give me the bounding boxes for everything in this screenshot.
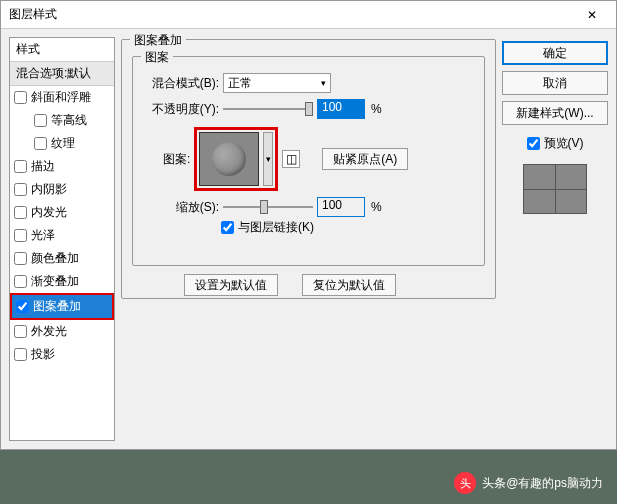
slider-thumb[interactable] [305,102,313,116]
style-item[interactable]: 投影 [10,343,114,366]
scale-input[interactable]: 100 [317,197,365,217]
snap-origin-button[interactable]: 贴紧原点(A) [322,148,408,170]
style-checkbox[interactable] [14,91,27,104]
sidebar-header[interactable]: 样式 [10,38,114,62]
style-label: 投影 [31,346,55,363]
style-item[interactable]: 图案叠加 [10,293,114,320]
style-label: 渐变叠加 [31,273,79,290]
style-label: 纹理 [51,135,75,152]
styles-sidebar: 样式 混合选项:默认 斜面和浮雕等高线纹理描边内阴影内发光光泽颜色叠加渐变叠加图… [9,37,115,441]
new-style-button[interactable]: 新建样式(W)... [502,101,608,125]
close-button[interactable]: ✕ [572,1,612,28]
preview-checkbox[interactable] [527,137,540,150]
style-item[interactable]: 内阴影 [10,178,114,201]
blend-mode-value: 正常 [228,75,252,92]
right-panel: 确定 取消 新建样式(W)... 预览(V) [502,37,608,441]
style-label: 等高线 [51,112,87,129]
group-label-outer: 图案叠加 [130,32,186,49]
titlebar: 图层样式 ✕ [1,1,616,29]
style-item[interactable]: 纹理 [10,132,114,155]
style-checkbox[interactable] [34,114,47,127]
style-label: 图案叠加 [33,298,81,315]
style-label: 外发光 [31,323,67,340]
close-icon: ✕ [587,8,597,22]
preview-label: 预览(V) [544,135,584,152]
layer-style-dialog: 图层样式 ✕ 样式 混合选项:默认 斜面和浮雕等高线纹理描边内阴影内发光光泽颜色… [0,0,617,450]
ok-button[interactable]: 确定 [502,41,608,65]
link-with-layer-checkbox[interactable] [221,221,234,234]
link-with-layer-label: 与图层链接(K) [238,219,314,236]
style-label: 描边 [31,158,55,175]
style-item[interactable]: 描边 [10,155,114,178]
style-checkbox[interactable] [14,183,27,196]
opacity-slider[interactable] [223,108,313,110]
style-checkbox[interactable] [14,160,27,173]
style-item[interactable]: 斜面和浮雕 [10,86,114,109]
scale-label: 缩放(S): [159,199,219,216]
style-item[interactable]: 渐变叠加 [10,270,114,293]
chevron-down-icon: ▾ [321,78,326,88]
pattern-swatch[interactable] [199,132,259,186]
percent-label: % [371,102,382,116]
pattern-group: 图案 混合模式(B): 正常 ▾ 不透明度(Y): 100 % [132,56,485,266]
pattern-overlay-group: 图案叠加 图案 混合模式(B): 正常 ▾ 不透明度(Y): 100 [121,39,496,299]
opacity-input[interactable]: 100 [317,99,365,119]
pattern-dropdown-button[interactable]: ▾ [263,132,273,186]
style-checkbox[interactable] [14,229,27,242]
opacity-label: 不透明度(Y): [143,101,219,118]
style-item[interactable]: 光泽 [10,224,114,247]
style-item[interactable]: 等高线 [10,109,114,132]
pattern-label: 图案: [163,151,190,168]
set-default-button[interactable]: 设置为默认值 [184,274,278,296]
sidebar-subheader[interactable]: 混合选项:默认 [10,62,114,86]
watermark-text: 头条@有趣的ps脑动力 [482,475,603,492]
preview-thumbnail [523,164,587,214]
style-checkbox[interactable] [14,325,27,338]
cancel-button[interactable]: 取消 [502,71,608,95]
style-checkbox[interactable] [34,137,47,150]
reset-default-button[interactable]: 复位为默认值 [302,274,396,296]
style-item[interactable]: 颜色叠加 [10,247,114,270]
main-panel: 图案叠加 图案 混合模式(B): 正常 ▾ 不透明度(Y): 100 [121,37,496,441]
style-label: 内阴影 [31,181,67,198]
style-label: 内发光 [31,204,67,221]
pattern-preview-icon [212,142,246,176]
group-label-inner: 图案 [141,49,173,66]
percent-label: % [371,200,382,214]
new-preset-icon[interactable]: ◫ [282,150,300,168]
blend-mode-label: 混合模式(B): [143,75,219,92]
scale-slider[interactable] [223,206,313,208]
style-label: 斜面和浮雕 [31,89,91,106]
style-item[interactable]: 内发光 [10,201,114,224]
watermark-icon: 头 [454,472,476,494]
watermark: 头 头条@有趣的ps脑动力 [454,472,603,494]
style-checkbox[interactable] [14,206,27,219]
style-item[interactable]: 外发光 [10,320,114,343]
style-checkbox[interactable] [14,348,27,361]
style-checkbox[interactable] [14,275,27,288]
pattern-picker-highlight: ▾ [194,127,278,191]
style-label: 颜色叠加 [31,250,79,267]
slider-thumb[interactable] [260,200,268,214]
style-label: 光泽 [31,227,55,244]
blend-mode-select[interactable]: 正常 ▾ [223,73,331,93]
style-checkbox[interactable] [14,252,27,265]
style-checkbox[interactable] [16,300,29,313]
window-title: 图层样式 [5,6,572,23]
